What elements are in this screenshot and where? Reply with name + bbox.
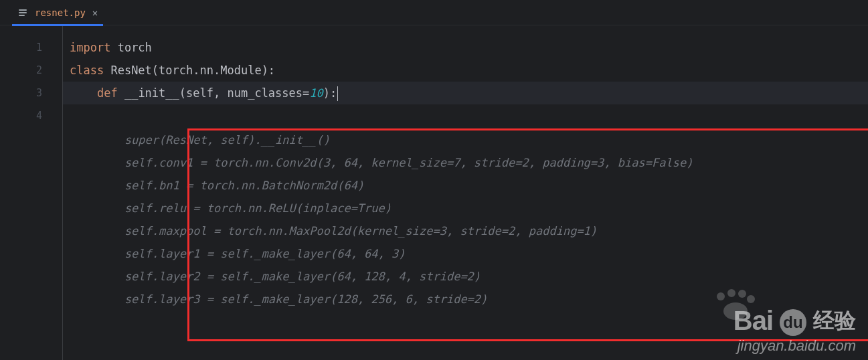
line-number: 4 xyxy=(0,104,62,127)
suggestion-line: self.layer1 = self._make_layer(64, 64, 3… xyxy=(70,242,693,265)
class-name: ResNet xyxy=(104,64,152,77)
paren: ( xyxy=(179,86,186,100)
suggestion-line: self.layer3 = self._make_layer(128, 256,… xyxy=(70,288,693,310)
suggestion-line: self.conv1 = torch.nn.Conv2d(3, 64, kern… xyxy=(70,151,693,174)
suggestion-line: self.bn1 = torch.nn.BatchNorm2d(64) xyxy=(70,174,693,197)
params: self, num_classes= xyxy=(186,86,309,100)
suggestion-line: self.layer2 = self._make_layer(64, 128, … xyxy=(70,265,693,288)
gutter: 1 2 3 4 xyxy=(0,25,63,360)
keyword: class xyxy=(70,64,104,77)
file-lines-icon xyxy=(17,7,28,18)
line-number: 1 xyxy=(0,36,62,59)
line-number: 2 xyxy=(0,59,62,82)
keyword: import xyxy=(70,41,110,54)
code-line-current: def __init__(self, num_classes=10): xyxy=(63,82,868,104)
tab-resnet[interactable]: resnet.py ✕ xyxy=(12,0,103,25)
suggestion-line: self.relu = torch.nn.ReLU(inplace=True) xyxy=(70,197,693,219)
inline-suggestion[interactable]: super(ResNet, self).__init__() self.conv… xyxy=(70,128,693,310)
paren: ( xyxy=(152,64,159,77)
svg-rect-2 xyxy=(19,15,25,16)
close-icon[interactable]: ✕ xyxy=(92,8,98,17)
suggestion-line: super(ResNet, self).__init__() xyxy=(70,128,693,151)
tab-bar: resnet.py ✕ xyxy=(0,0,868,25)
code-text: torch.nn.Module xyxy=(159,64,262,77)
text-caret xyxy=(337,86,338,101)
code-line: class ResNet(torch.nn.Module): xyxy=(63,59,868,82)
suggestion-line: self.maxpool = torch.nn.MaxPool2d(kernel… xyxy=(70,219,693,242)
tab-filename: resnet.py xyxy=(35,7,86,18)
code-line: import torch xyxy=(63,36,868,59)
svg-rect-1 xyxy=(19,12,27,13)
code-text: torch xyxy=(110,41,151,54)
paren: ): xyxy=(262,64,275,77)
number-literal: 10 xyxy=(309,86,323,100)
func-name: __init__ xyxy=(118,86,179,100)
code-area[interactable]: import torch class ResNet(torch.nn.Modul… xyxy=(63,25,868,360)
keyword: def xyxy=(97,86,118,100)
svg-rect-0 xyxy=(19,9,27,11)
editor: 1 2 3 4 import torch class ResNet(torch.… xyxy=(0,25,868,360)
paren: ): xyxy=(323,86,337,100)
line-number: 3 xyxy=(0,82,62,104)
indent xyxy=(70,86,97,100)
